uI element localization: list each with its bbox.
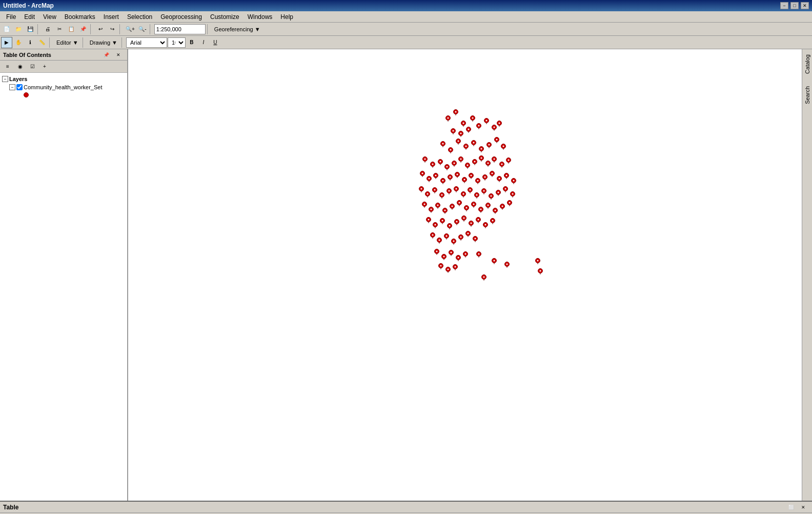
add-data-btn[interactable]: + (39, 62, 50, 71)
map-canvas[interactable] (128, 49, 802, 501)
map-area[interactable] (128, 49, 802, 501)
svg-point-29 (494, 127, 495, 128)
minimize-button[interactable]: − (780, 2, 788, 9)
copy-button[interactable]: 📋 (66, 24, 77, 35)
menu-customize[interactable]: Customize (206, 12, 243, 22)
layer-expand[interactable]: − (9, 84, 15, 90)
layer-checkbox[interactable] (16, 84, 23, 90)
svg-point-89 (488, 163, 489, 164)
svg-point-83 (474, 161, 476, 163)
maximize-button[interactable]: □ (790, 2, 799, 9)
layers-expand[interactable]: − (2, 76, 8, 82)
open-button[interactable]: 📁 (13, 24, 24, 35)
save-button[interactable]: 💾 (25, 24, 36, 35)
measure-tool[interactable]: 📏 (36, 37, 48, 48)
svg-point-116 (457, 174, 458, 175)
svg-point-32 (499, 123, 500, 124)
source-view-btn[interactable]: ◉ (14, 62, 26, 71)
paste-button[interactable]: 📌 (77, 24, 89, 35)
svg-point-308 (537, 260, 539, 262)
menu-help[interactable]: Help (276, 12, 297, 22)
undo-button[interactable]: ↩ (95, 24, 106, 35)
toc-panel: Table Of Contents 📌 ✕ ≡ ◉ ☑ + − Layers −… (0, 49, 128, 501)
menu-file[interactable]: File (2, 12, 20, 22)
print-button[interactable]: 🖨 (42, 24, 53, 35)
table-restore-button[interactable]: ⬜ (785, 503, 797, 511)
scale-input[interactable]: 1:250,000 (154, 24, 206, 34)
menu-windows[interactable]: Windows (243, 12, 277, 22)
svg-point-95 (501, 164, 503, 165)
svg-point-179 (505, 188, 506, 190)
menu-view[interactable]: View (39, 12, 60, 22)
identify-tool[interactable]: ℹ (25, 37, 36, 48)
sep7 (83, 37, 86, 48)
fontsize-select[interactable]: 10 (168, 37, 186, 48)
sep8 (121, 37, 125, 48)
table-title: Table (3, 504, 18, 511)
toc-close-button[interactable]: ✕ (113, 51, 124, 59)
svg-point-74 (454, 163, 455, 164)
editor-button[interactable]: Editor ▼ (54, 37, 81, 48)
pan-tool[interactable]: ✋ (13, 37, 24, 48)
svg-point-194 (444, 210, 446, 211)
svg-point-92 (494, 159, 495, 160)
svg-point-284 (458, 257, 459, 259)
table-close-button[interactable]: ✕ (798, 503, 809, 511)
svg-point-38 (450, 149, 452, 151)
zoom-out-button[interactable]: 🔍- (137, 24, 148, 35)
redo-button[interactable]: ↪ (107, 24, 118, 35)
svg-point-50 (481, 148, 482, 150)
svg-point-200 (459, 202, 460, 204)
zoom-in-button[interactable]: 🔍+ (124, 24, 136, 35)
toc-header: Table Of Contents 📌 ✕ (0, 49, 127, 61)
toc-content: − Layers − Community_health_worker_Set (0, 73, 127, 501)
menu-bookmarks[interactable]: Bookmarks (60, 12, 99, 22)
menu-edit[interactable]: Edit (20, 12, 39, 22)
search-tab[interactable]: Search (803, 82, 811, 108)
svg-point-248 (485, 224, 486, 226)
svg-point-281 (451, 252, 452, 253)
sep4 (150, 24, 153, 34)
svg-point-98 (508, 160, 510, 161)
svg-point-266 (460, 236, 462, 238)
menu-selection[interactable]: Selection (123, 12, 156, 22)
svg-point-41 (458, 141, 459, 142)
list-view-btn[interactable]: ≡ (2, 62, 13, 71)
georeferencing-button[interactable]: Georeferencing ▼ (212, 24, 263, 35)
drawing-button[interactable]: Drawing ▼ (87, 37, 120, 48)
menu-insert[interactable]: Insert (99, 12, 123, 22)
svg-point-158 (456, 188, 457, 190)
menu-geoprocessing[interactable]: Geoprocessing (156, 12, 206, 22)
svg-point-314 (483, 276, 485, 278)
select-tool[interactable]: ▶ (1, 37, 12, 48)
cut-button[interactable]: ✂ (54, 24, 65, 35)
close-button[interactable]: ✕ (801, 2, 809, 9)
svg-point-146 (427, 193, 429, 195)
svg-point-5 (455, 111, 457, 113)
svg-point-242 (471, 223, 472, 224)
map-svg (128, 49, 802, 501)
svg-point-182 (512, 193, 514, 195)
layers-label: Layers (9, 76, 27, 82)
svg-point-104 (429, 178, 430, 180)
svg-point-290 (440, 265, 442, 267)
new-button[interactable]: 📄 (1, 24, 12, 35)
titlebar: Untitled - ArcMap − □ ✕ (0, 0, 812, 11)
underline-button[interactable]: U (210, 37, 221, 48)
svg-point-203 (466, 207, 468, 209)
svg-point-113 (450, 176, 451, 178)
svg-point-68 (440, 161, 441, 163)
svg-point-221 (509, 202, 511, 204)
selection-view-btn[interactable]: ☑ (27, 62, 38, 71)
bold-button[interactable]: B (186, 37, 197, 48)
font-select[interactable]: Arial (126, 37, 167, 48)
italic-button[interactable]: I (198, 37, 209, 48)
sep1 (37, 24, 40, 34)
svg-point-44 (465, 146, 467, 147)
svg-point-155 (449, 190, 450, 192)
catalog-tab[interactable]: Catalog (803, 50, 811, 78)
svg-point-149 (434, 189, 436, 191)
svg-point-17 (460, 133, 462, 134)
toc-pin-button[interactable]: 📌 (100, 51, 112, 59)
window-controls: − □ ✕ (780, 2, 809, 9)
